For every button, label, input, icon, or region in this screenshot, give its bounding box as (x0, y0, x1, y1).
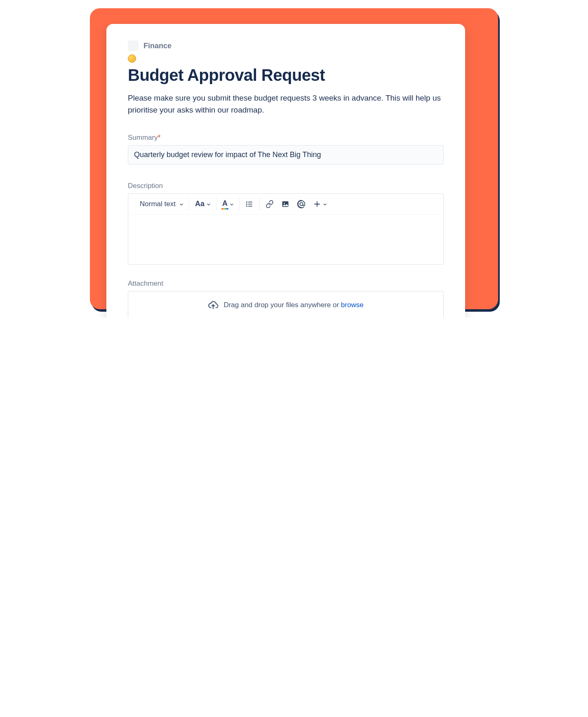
description-textarea[interactable] (128, 215, 443, 264)
more-insert-button[interactable] (313, 200, 327, 208)
chevron-down-icon (322, 202, 327, 206)
dropzone-text-static: Drag and drop your files anywhere or (223, 301, 341, 309)
summary-input[interactable] (128, 145, 444, 165)
breadcrumb-category: Finance (143, 42, 172, 50)
text-format-button[interactable]: Aa (195, 200, 210, 208)
category-icon-placeholder (128, 40, 139, 51)
link-icon (266, 200, 274, 208)
svg-rect-1 (248, 202, 252, 202)
chevron-down-icon (179, 202, 183, 206)
text-style-label: Normal text (140, 200, 176, 208)
editor-toolbar: Normal text Aa (128, 194, 443, 215)
attachment-dropzone[interactable]: Drag and drop your files anywhere or bro… (128, 291, 444, 317)
cloud-upload-icon (208, 300, 219, 310)
description-editor: Normal text Aa (128, 193, 444, 265)
image-button[interactable] (281, 200, 289, 208)
svg-point-4 (246, 205, 247, 207)
svg-point-0 (246, 201, 247, 202)
outer-frame: Finance Budget Approval Request Please m… (90, 8, 498, 309)
attachment-label: Attachment (128, 280, 444, 288)
text-color-icon: A (222, 199, 228, 209)
at-icon (297, 200, 306, 209)
mention-button[interactable] (297, 200, 306, 209)
svg-point-7 (284, 203, 285, 204)
text-format-icon: Aa (195, 200, 205, 208)
summary-label: Summary* (128, 134, 444, 142)
text-color-button[interactable]: A (222, 199, 233, 209)
plus-icon (313, 200, 321, 208)
breadcrumb[interactable]: Finance (128, 40, 444, 51)
text-style-dropdown[interactable]: Normal text (140, 200, 183, 208)
page-title: Budget Approval Request (128, 66, 444, 85)
svg-rect-3 (248, 204, 252, 205)
bullet-list-button[interactable] (245, 200, 254, 208)
bullet-list-icon (245, 200, 254, 208)
chevron-down-icon (229, 202, 233, 206)
required-star: * (158, 134, 161, 141)
summary-label-text: Summary (128, 134, 158, 141)
svg-point-2 (246, 203, 247, 205)
dropzone-text: Drag and drop your files anywhere or bro… (223, 301, 363, 309)
description-label: Description (128, 182, 444, 190)
chevron-down-icon (206, 202, 210, 206)
link-button[interactable] (266, 200, 274, 208)
form-card: Finance Budget Approval Request Please m… (106, 24, 465, 317)
intro-text: Please make sure you submit these budget… (128, 92, 444, 116)
coin-icon (128, 54, 136, 63)
svg-rect-5 (248, 206, 252, 207)
image-icon (281, 200, 289, 208)
browse-link[interactable]: browse (341, 301, 364, 309)
